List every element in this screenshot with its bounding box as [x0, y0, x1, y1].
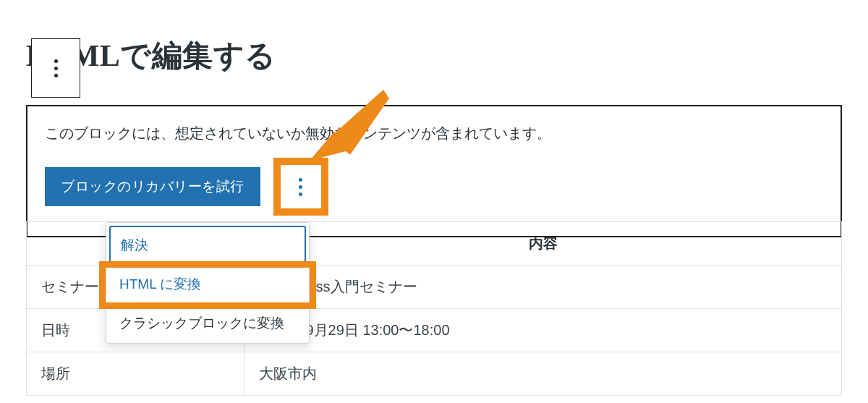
resolve-menu-item[interactable]: 解決: [109, 226, 306, 265]
table-row: 場所 大阪市内: [27, 352, 842, 396]
block-options-button[interactable]: [31, 38, 80, 98]
block-resolve-popover: 解決 HTML に変換 クラシックブロックに変換: [106, 222, 310, 344]
table-cell-value: WordPress入門セミナー: [244, 266, 842, 309]
block-more-options-button[interactable]: [273, 158, 328, 216]
table-cell-label: 場所: [27, 352, 244, 396]
table-header-cell: 内容: [244, 222, 842, 266]
invalid-block-warning: このブロックには、想定されていないか無効なコンテンツが含まれています。 ブロック…: [26, 105, 842, 237]
table-cell-value: 2024年9月29日 13:00〜18:00: [244, 309, 842, 352]
ellipsis-vertical-icon: [299, 178, 302, 196]
convert-to-classic-block-menu-item[interactable]: クラシックブロックに変換: [106, 304, 309, 343]
ellipsis-vertical-icon: [54, 59, 58, 77]
attempt-block-recovery-button[interactable]: ブロックのリカバリーを試行: [45, 167, 260, 206]
warning-message: このブロックには、想定されていないか無効なコンテンツが含まれています。: [45, 124, 823, 143]
convert-to-html-menu-item[interactable]: HTML に変換: [106, 265, 309, 304]
table-cell-value: 大阪市内: [244, 352, 842, 396]
